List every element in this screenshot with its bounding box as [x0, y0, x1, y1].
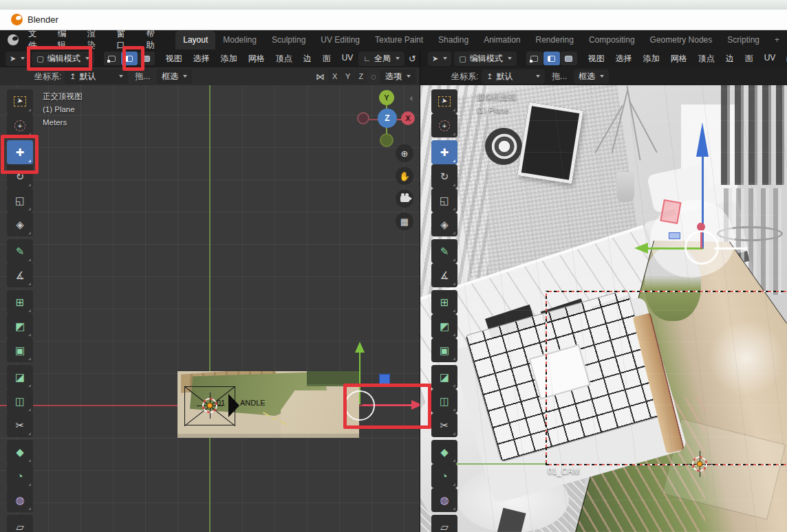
tab-add-workspace[interactable]: + [767, 31, 787, 49]
vertex-select-button[interactable] [526, 52, 543, 65]
select-box-mode-dropdown[interactable]: 框选 [157, 69, 192, 84]
axis-toggle-x[interactable]: X [329, 69, 341, 83]
axis-neg-x-bubble[interactable] [357, 112, 369, 124]
viewport-menu-mesh[interactable]: 网格 [243, 53, 270, 65]
ortho-toggle-button[interactable]: ▦ [396, 212, 413, 230]
tool-select-box[interactable]: ➤ [431, 89, 457, 113]
tool-rotate[interactable]: ↻ [431, 164, 457, 188]
viewport-menu-uv[interactable]: UV [759, 53, 781, 65]
tool-edge-slide[interactable]: ▱ [431, 515, 457, 532]
tool-extrude-region[interactable]: ◩ [7, 314, 33, 338]
camera-view-button[interactable] [396, 190, 413, 208]
tool-edge-slide[interactable]: ▱ [7, 515, 33, 532]
sidebar-collapse-arrow[interactable]: ‹ [410, 93, 413, 103]
viewport-menu-uv[interactable]: UV [336, 53, 359, 65]
axis-toggle-z[interactable]: Z [355, 69, 367, 83]
mode-dropdown[interactable]: ▢ 编辑模式 [454, 52, 516, 66]
viewport-menu-select[interactable]: 选择 [188, 53, 215, 65]
tool-cursor[interactable]: + [431, 113, 457, 137]
tool-loop-cut[interactable]: ◫ [431, 389, 457, 413]
axis-x-bubble[interactable]: X [401, 111, 415, 125]
tool-measure[interactable]: ∡ [7, 263, 33, 287]
viewport-menu-mesh[interactable]: 网格 [665, 53, 693, 65]
tool-inset-faces[interactable]: ▣ [7, 338, 33, 362]
face-select-button[interactable] [561, 52, 577, 65]
tab-animation[interactable]: Animation [476, 31, 528, 49]
viewport-menu-edge[interactable]: 边 [298, 53, 317, 65]
orientation-dropdown[interactable]: ∟ 全局 [358, 52, 405, 66]
tool-spin[interactable]: ◔ [7, 464, 33, 488]
edge-select-button[interactable] [543, 52, 560, 65]
axis-toggle-y[interactable]: Y [342, 69, 354, 83]
tab-geometry-nodes[interactable]: Geometry Nodes [643, 31, 720, 49]
tab-layout[interactable]: Layout [175, 31, 215, 49]
gizmo-y-axis-arrowhead[interactable] [355, 342, 365, 353]
mirror-icon[interactable]: ⋈ [316, 71, 325, 82]
tool-inset-faces[interactable]: ▣ [431, 338, 457, 362]
right-3d-viewport[interactable]: 摄像机透视 (1) Plane 01_CAM ➤+✚↻◱◈✎∡⊞◩▣◪◫✂◆◔◍… [420, 85, 787, 532]
menu-help[interactable]: 帮助 [146, 28, 160, 52]
axis-y-bubble[interactable]: Y [379, 90, 394, 105]
gizmo-y-axis-arrowhead[interactable] [634, 243, 648, 254]
active-tool-dropdown[interactable]: ➤ [6, 52, 29, 66]
tool-add-cube[interactable]: ⊞ [431, 290, 457, 314]
tool-scale[interactable]: ◱ [7, 188, 33, 212]
options-dropdown[interactable]: 选项 [380, 69, 416, 84]
tab-compositing[interactable]: Compositing [581, 31, 643, 49]
viewport-menu-face[interactable]: 面 [740, 53, 759, 65]
tool-smooth[interactable]: ◍ [7, 488, 33, 512]
viewport-divider[interactable] [420, 49, 420, 532]
tab-shading[interactable]: Shading [431, 31, 476, 49]
tab-uv-editing[interactable]: UV Editing [313, 31, 367, 49]
tool-poly-build[interactable]: ◆ [431, 440, 457, 464]
viewport-menu-add[interactable]: 添加 [638, 53, 665, 65]
transform-default-dropdown[interactable]: ↥ 默认 [482, 69, 545, 84]
tool-cursor[interactable]: + [7, 113, 33, 137]
tool-transform[interactable]: ◈ [431, 212, 457, 236]
viewport-menu-edge[interactable]: 边 [720, 53, 740, 65]
tab-texture-paint[interactable]: Texture Paint [367, 31, 431, 49]
navigation-axis-gizmo[interactable]: Y X Z [355, 88, 418, 151]
tool-annotate[interactable]: ✎ [431, 239, 457, 263]
tool-move[interactable]: ✚ [431, 140, 457, 164]
left-3d-viewport[interactable]: 正交顶视图 (1) Plane Meters 01 ANDLE [0, 85, 420, 532]
tool-transform[interactable]: ◈ [7, 212, 33, 236]
tool-scale[interactable]: ◱ [431, 188, 457, 212]
active-tool-dropdown[interactable]: ➤ [428, 52, 451, 66]
tool-loop-cut[interactable]: ◫ [7, 389, 33, 413]
tool-annotate[interactable]: ✎ [7, 239, 33, 263]
viewport-menu-view[interactable]: 视图 [160, 53, 188, 65]
viewport-menu-view[interactable]: 视图 [583, 53, 610, 65]
tool-poly-build[interactable]: ◆ [7, 440, 33, 464]
gizmo-center-circle[interactable] [684, 230, 719, 265]
proportional-editing-icon[interactable]: ◌ [371, 71, 376, 82]
viewport-menu-add[interactable]: 添加 [215, 53, 243, 65]
axis-neg-y-bubble[interactable] [380, 133, 394, 147]
tool-measure[interactable]: ∡ [431, 263, 457, 287]
tool-add-cube[interactable]: ⊞ [7, 290, 33, 314]
viewport-menu-face[interactable]: 面 [317, 53, 336, 65]
zoom-button[interactable]: ⊕ [396, 144, 413, 162]
tool-knife[interactable]: ✂ [7, 413, 33, 437]
viewport-menu-vertex[interactable]: 顶点 [270, 53, 298, 65]
tool-spin[interactable]: ◔ [431, 464, 457, 488]
viewport-menu-select[interactable]: 选择 [610, 53, 638, 65]
gizmo-plane-handle[interactable] [669, 232, 680, 239]
viewport-menu-vertex[interactable]: 顶点 [693, 53, 720, 65]
tool-knife[interactable]: ✂ [431, 413, 457, 437]
vertex-select-button[interactable] [104, 52, 120, 65]
transform-default-dropdown[interactable]: ↥ 默认 [65, 69, 128, 84]
tool-bevel[interactable]: ◪ [431, 365, 457, 389]
pan-button[interactable]: ✋ [396, 167, 413, 185]
tab-modeling[interactable]: Modeling [215, 31, 264, 49]
gizmo-z-axis-arrowhead[interactable] [696, 122, 709, 157]
tab-scripting[interactable]: Scripting [720, 31, 767, 49]
tab-rendering[interactable]: Rendering [528, 31, 581, 49]
tool-smooth[interactable]: ◍ [431, 488, 457, 512]
axis-z-bubble[interactable]: Z [378, 109, 397, 128]
tool-select-box[interactable]: ➤ [7, 89, 33, 113]
select-box-mode-dropdown[interactable]: 框选 [574, 69, 609, 84]
pivot-point-icon[interactable]: ↺ [409, 54, 416, 64]
blender-menu-icon[interactable] [8, 34, 19, 45]
tool-bevel[interactable]: ◪ [7, 365, 33, 389]
